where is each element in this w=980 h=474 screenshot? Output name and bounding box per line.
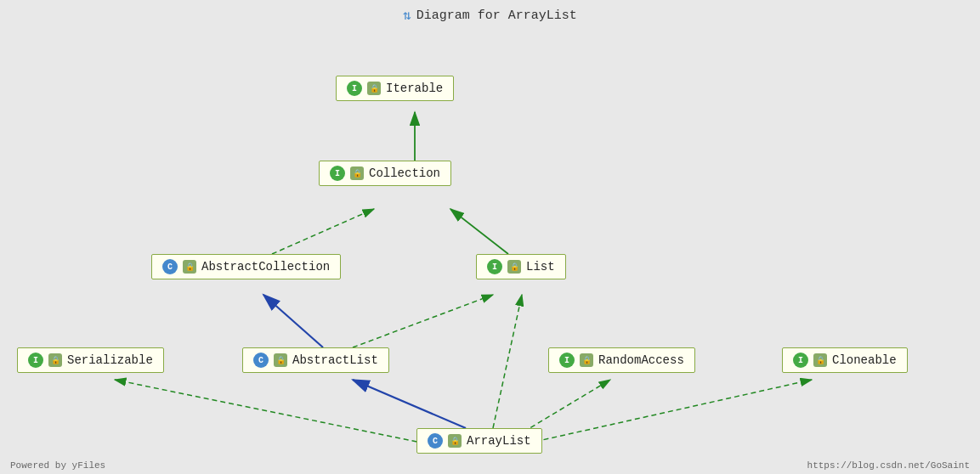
badge-collection: I: [330, 166, 345, 181]
svg-line-8: [353, 380, 466, 428]
svg-line-6: [263, 295, 323, 347]
label-iterable: Iterable: [386, 82, 443, 95]
label-randomaccess: RandomAccess: [598, 353, 684, 367]
badge-abstractlist: C: [253, 353, 269, 368]
label-arraylist: ArrayList: [467, 434, 531, 448]
svg-line-12: [527, 380, 812, 443]
svg-line-7: [353, 295, 493, 347]
lock-collection: 🔒: [350, 166, 364, 180]
node-abstract-list[interactable]: C 🔒 AbstractList: [242, 347, 389, 373]
label-collection: Collection: [369, 166, 440, 180]
title-bar: ⇅ Diagram for ArrayList: [0, 0, 980, 29]
node-abstract-collection[interactable]: C 🔒 AbstractCollection: [151, 254, 341, 279]
label-abstractlist: AbstractList: [292, 353, 378, 367]
diagram-icon: ⇅: [403, 7, 411, 24]
lock-serializable: 🔒: [48, 353, 62, 367]
footer-left: Powered by yFiles: [10, 460, 105, 471]
label-cloneable: Cloneable: [832, 353, 897, 367]
svg-line-5: [450, 209, 508, 254]
node-arraylist[interactable]: C 🔒 ArrayList: [416, 428, 542, 454]
diagram-title: Diagram for ArrayList: [416, 8, 577, 23]
node-iterable[interactable]: I 🔒 Iterable: [336, 76, 454, 101]
label-serializable: Serializable: [67, 353, 153, 367]
footer-right: https://blog.csdn.net/GoSaint: [807, 460, 970, 471]
svg-line-10: [115, 380, 433, 445]
lock-cloneable: 🔒: [813, 353, 827, 367]
node-cloneable[interactable]: I 🔒 Cloneable: [782, 347, 908, 373]
lock-randomaccess: 🔒: [580, 353, 593, 367]
node-serializable[interactable]: I 🔒 Serializable: [17, 347, 164, 373]
arrows-svg: [0, 29, 980, 449]
label-abstractcollection: AbstractCollection: [201, 260, 330, 274]
svg-line-4: [272, 209, 374, 254]
lock-abstractcollection: 🔒: [183, 260, 196, 274]
node-list[interactable]: I 🔒 List: [476, 254, 566, 279]
footer: Powered by yFiles https://blog.csdn.net/…: [0, 457, 980, 474]
diagram-area: I 🔒 Iterable I 🔒 Collection C 🔒 Abstract…: [0, 29, 980, 449]
badge-abstractcollection: C: [162, 259, 178, 274]
badge-list: I: [487, 259, 502, 274]
badge-cloneable: I: [793, 353, 808, 368]
node-collection[interactable]: I 🔒 Collection: [319, 161, 451, 186]
badge-serializable: I: [28, 353, 43, 368]
main-container: ⇅ Diagram for ArrayList: [0, 0, 980, 474]
badge-arraylist: C: [428, 433, 443, 449]
lock-list: 🔒: [507, 260, 521, 274]
badge-randomaccess: I: [559, 353, 575, 368]
lock-iterable: 🔒: [367, 82, 381, 95]
svg-line-9: [493, 295, 522, 428]
badge-iterable: I: [347, 81, 362, 96]
lock-arraylist: 🔒: [448, 434, 462, 448]
lock-abstractlist: 🔒: [274, 353, 287, 367]
label-list: List: [526, 260, 555, 274]
node-random-access[interactable]: I 🔒 RandomAccess: [548, 347, 695, 373]
